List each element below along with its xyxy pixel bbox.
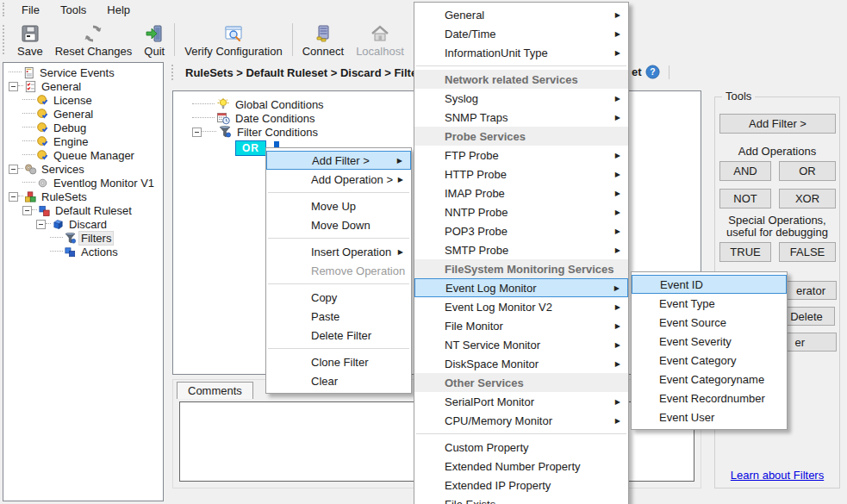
collapse-box-icon[interactable] [9, 82, 18, 91]
help-icon[interactable] [645, 65, 660, 79]
sidebar-item-actions[interactable]: Actions [3, 245, 163, 258]
and-button[interactable]: AND [719, 161, 771, 181]
sidebar-item-license[interactable]: License [3, 93, 163, 107]
context-menu-move-up[interactable]: Move Up [266, 196, 411, 215]
submenu-event-source[interactable]: Event Source [632, 313, 787, 332]
false-button[interactable]: FALSE [779, 242, 836, 262]
submenu-arrow-icon: ▶ [615, 171, 620, 178]
submenu-event-log-monitor[interactable]: Event Log Monitor ▶ [414, 278, 628, 297]
collapse-box-icon[interactable] [9, 192, 18, 202]
menu-item-label: Move Up [266, 200, 356, 213]
sidebar-item-default-ruleset[interactable]: Default Ruleset [3, 203, 163, 217]
verify-configuration-button[interactable]: Verify Configuration [178, 19, 288, 60]
connect-button[interactable]: Connect [296, 19, 350, 60]
menu-item-label: InformationUnit Type [414, 47, 548, 59]
submenu-pop3-probe[interactable]: POP3 Probe ▶ [414, 221, 628, 240]
verify-configuration-label: Verify Configuration [184, 45, 282, 58]
submenu-event-categoryname[interactable]: Event Categoryname [632, 370, 787, 389]
context-menu-add-operation[interactable]: Add Operation > ▶ [266, 170, 411, 189]
submenu-serialport-monitor[interactable]: SerialPort Monitor ▶ [414, 392, 628, 411]
or-node-badge[interactable]: OR [235, 140, 266, 156]
sidebar-item-general-settings[interactable]: General [3, 107, 163, 121]
submenu-date-time[interactable]: Date/Time ▶ [414, 24, 628, 43]
context-menu-delete-filter[interactable]: Delete Filter [266, 326, 411, 345]
submenu-event-recordnumber[interactable]: Event Recordnumber [632, 389, 787, 408]
or-button[interactable]: OR [779, 161, 836, 181]
tab-comments[interactable]: Comments [177, 382, 253, 399]
menu-help[interactable]: Help [97, 2, 140, 18]
sidebar-item-discard[interactable]: Discard [3, 217, 163, 231]
submenu-informationunit-type[interactable]: InformationUnit Type ▶ [414, 43, 628, 62]
tree-leader [192, 103, 215, 105]
tree-leader [18, 196, 23, 197]
menu-item-label: NNTP Probe [414, 206, 508, 219]
partially-hidden-button-label: er [794, 336, 805, 349]
learn-about-filters-link[interactable]: Learn about Filters [715, 469, 839, 482]
submenu-event-log-monitor-v2[interactable]: Event Log Monitor V2 ▶ [414, 297, 628, 316]
sidebar-item-eventlog-monitor-v1[interactable]: Eventlog Monitor V1 [3, 176, 163, 190]
submenu-file-monitor[interactable]: File Monitor ▶ [414, 316, 628, 335]
submenu-event-id[interactable]: Event ID [632, 275, 787, 294]
submenu-extended-ip-property[interactable]: Extended IP Property [414, 476, 628, 495]
submenu-snmp-traps[interactable]: SNMP Traps ▶ [414, 108, 628, 127]
submenu-general[interactable]: General ▶ [414, 5, 628, 24]
submenu-nt-service-monitor[interactable]: NT Service Monitor ▶ [414, 335, 628, 354]
menu-header-label: Network related Services [414, 73, 578, 86]
tree-leader [50, 251, 63, 252]
quit-button[interactable]: Quit [138, 19, 171, 60]
menu-item-label: Remove Operation [266, 264, 405, 277]
save-button[interactable]: Save [11, 19, 49, 60]
breadcrumb-right-fragment: et [632, 65, 642, 78]
context-menu-paste[interactable]: Paste [266, 307, 411, 326]
context-menu-clear[interactable]: Clear [266, 371, 411, 390]
breadcrumb-separator [669, 65, 670, 79]
submenu-ftp-probe[interactable]: FTP Probe ▶ [414, 146, 628, 165]
not-button[interactable]: NOT [719, 189, 771, 208]
reset-changes-button[interactable]: Reset Changes [49, 19, 139, 60]
tree-item-label: Date Conditions [234, 112, 317, 125]
context-menu-clone-filter[interactable]: Clone Filter [266, 352, 411, 371]
submenu-event-type[interactable]: Event Type [632, 294, 787, 313]
sidebar-item-engine[interactable]: Engine [3, 134, 163, 148]
menu-tools[interactable]: Tools [50, 2, 97, 18]
connect-label: Connect [302, 45, 344, 58]
submenu-imap-probe[interactable]: IMAP Probe ▶ [414, 184, 628, 202]
menu-file[interactable]: File [11, 2, 50, 18]
submenu-event-user[interactable]: Event User [632, 408, 787, 426]
sidebar-item-queue-manager[interactable]: Queue Manager [3, 148, 163, 162]
submenu-smtp-probe[interactable]: SMTP Probe ▶ [414, 240, 628, 259]
xor-button[interactable]: XOR [779, 189, 836, 208]
menu-item-label: Extended IP Property [414, 479, 551, 492]
submenu-event-category[interactable]: Event Category [632, 351, 787, 370]
menu-item-label: Extended Number Property [414, 460, 581, 473]
submenu-nntp-probe[interactable]: NNTP Probe ▶ [414, 202, 628, 221]
sidebar-item-debug[interactable]: Debug [3, 121, 163, 134]
context-menu-copy[interactable]: Copy [266, 288, 411, 307]
collapse-box-icon[interactable] [36, 220, 46, 229]
add-filter-button[interactable]: Add Filter > [719, 114, 836, 134]
submenu-event-severity[interactable]: Event Severity [632, 332, 787, 351]
submenu-file-exists[interactable]: File Exists [414, 495, 628, 504]
sidebar-item-services[interactable]: Services [3, 162, 163, 176]
context-menu-move-down[interactable]: Move Down [266, 215, 411, 234]
sidebar-item-general[interactable]: General [3, 79, 163, 93]
true-button[interactable]: TRUE [719, 242, 771, 262]
sidebar-item-label: Eventlog Monitor V1 [52, 177, 156, 190]
submenu-cpu-memory-monitor[interactable]: CPU/Memory Monitor ▶ [414, 411, 628, 430]
collapse-box-icon[interactable] [22, 206, 32, 215]
submenu-custom-property[interactable]: Custom Property [414, 438, 628, 457]
submenu-syslog[interactable]: Syslog ▶ [414, 89, 628, 108]
sidebar-item-filters[interactable]: Filters [3, 231, 163, 245]
sidebar-item-rulesets[interactable]: RuleSets [3, 190, 163, 203]
collapse-box-icon[interactable] [192, 128, 202, 137]
submenu-extended-number-property[interactable]: Extended Number Property [414, 457, 628, 476]
submenu-diskspace-monitor[interactable]: DiskSpace Monitor ▶ [414, 354, 628, 373]
context-menu-add-filter[interactable]: Add Filter > ▶ [266, 151, 411, 170]
sidebar-item-label: General [40, 80, 83, 93]
submenu-http-probe[interactable]: HTTP Probe ▶ [414, 165, 628, 184]
context-menu-insert-operation[interactable]: Insert Operation ▶ [266, 242, 411, 261]
collapse-box-icon[interactable] [9, 165, 18, 174]
menu-item-label: Event Categoryname [632, 373, 764, 386]
sidebar-item-service-events[interactable]: Service Events [3, 65, 163, 79]
submenu-arrow-icon: ▶ [398, 176, 403, 184]
